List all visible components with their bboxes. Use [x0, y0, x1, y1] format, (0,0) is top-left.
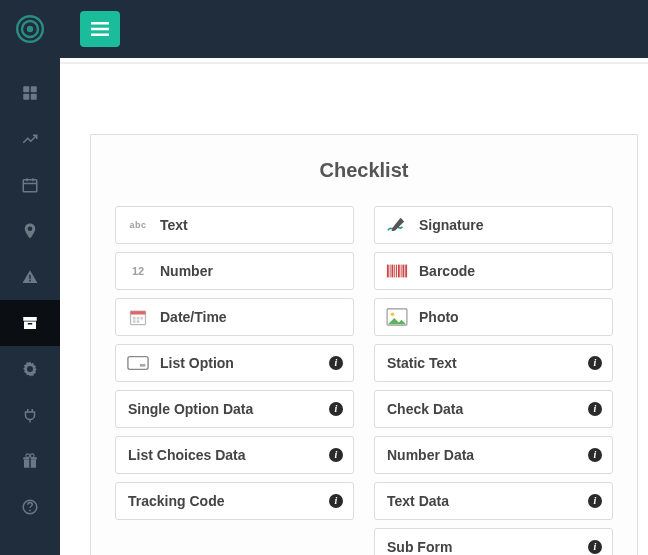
- option-text[interactable]: abcText: [115, 206, 354, 244]
- nav-alerts[interactable]: [0, 254, 60, 300]
- option-icon-wrap: abc: [126, 214, 150, 236]
- option-label: List Option: [160, 355, 329, 371]
- option-signature[interactable]: Signature: [374, 206, 613, 244]
- svg-rect-5: [23, 94, 29, 100]
- svg-point-17: [28, 367, 33, 372]
- option-label: Static Text: [387, 355, 588, 371]
- info-icon[interactable]: i: [329, 448, 343, 462]
- info-icon[interactable]: i: [588, 494, 602, 508]
- option-label: Text: [160, 217, 343, 233]
- photo-icon: [386, 308, 408, 326]
- svg-rect-26: [91, 28, 109, 31]
- nav-dashboard[interactable]: [0, 70, 60, 116]
- option-list-option[interactable]: List Optioni: [115, 344, 354, 382]
- svg-rect-42: [398, 265, 400, 278]
- topbar: [60, 0, 648, 58]
- svg-rect-15: [24, 322, 36, 330]
- nav-gifts[interactable]: [0, 438, 60, 484]
- gear-icon: [21, 360, 39, 378]
- svg-rect-33: [133, 320, 136, 323]
- info-icon[interactable]: i: [588, 448, 602, 462]
- svg-point-21: [26, 454, 30, 458]
- svg-rect-6: [31, 94, 37, 100]
- calendar-icon: [127, 307, 149, 327]
- svg-rect-37: [387, 265, 389, 278]
- svg-point-47: [391, 313, 395, 317]
- option-text-data[interactable]: Text Datai: [374, 482, 613, 520]
- nav-calendar[interactable]: [0, 162, 60, 208]
- option-list-choices[interactable]: List Choices Datai: [115, 436, 354, 474]
- signature-icon: [386, 216, 408, 234]
- nav-help[interactable]: [0, 484, 60, 530]
- calendar-icon: [21, 176, 39, 194]
- svg-rect-30: [133, 317, 136, 320]
- svg-rect-7: [23, 180, 37, 192]
- svg-rect-39: [392, 265, 394, 278]
- svg-rect-41: [396, 265, 397, 278]
- info-icon[interactable]: i: [329, 494, 343, 508]
- svg-rect-38: [390, 265, 391, 278]
- option-label: Tracking Code: [128, 493, 329, 509]
- option-sub-form[interactable]: Sub Formi: [374, 528, 613, 555]
- left-column: abcText12NumberDate/TimeList OptioniSing…: [115, 206, 354, 555]
- sidebar: [0, 0, 60, 555]
- option-photo[interactable]: Photo: [374, 298, 613, 336]
- option-single-opt[interactable]: Single Option Datai: [115, 390, 354, 428]
- svg-rect-34: [137, 320, 140, 323]
- warning-icon: [21, 268, 39, 286]
- option-static-text[interactable]: Static Texti: [374, 344, 613, 382]
- svg-rect-14: [23, 317, 37, 321]
- svg-rect-29: [131, 311, 146, 314]
- option-label: List Choices Data: [128, 447, 329, 463]
- option-icon-wrap: [385, 260, 409, 282]
- chart-line-icon: [21, 130, 39, 148]
- nav-analytics[interactable]: [0, 116, 60, 162]
- info-icon[interactable]: i: [588, 356, 602, 370]
- option-label: Date/Time: [160, 309, 343, 325]
- svg-rect-13: [29, 280, 31, 282]
- option-icon-wrap: [126, 306, 150, 328]
- options-columns: abcText12NumberDate/TimeList OptioniSing…: [115, 206, 613, 555]
- option-barcode[interactable]: Barcode: [374, 252, 613, 290]
- option-label: Barcode: [419, 263, 602, 279]
- divider-line: [60, 62, 648, 64]
- option-number-data[interactable]: Number Datai: [374, 436, 613, 474]
- option-number[interactable]: 12Number: [115, 252, 354, 290]
- option-tracking[interactable]: Tracking Codei: [115, 482, 354, 520]
- content-area: Checklist abcText12NumberDate/TimeList O…: [60, 58, 648, 555]
- option-datetime[interactable]: Date/Time: [115, 298, 354, 336]
- option-label: Number: [160, 263, 343, 279]
- svg-rect-44: [403, 265, 405, 278]
- hamburger-icon: [91, 22, 109, 36]
- barcode-icon: [386, 263, 408, 279]
- nav-integrations[interactable]: [0, 392, 60, 438]
- option-check-data[interactable]: Check Datai: [374, 390, 613, 428]
- number-icon: 12: [132, 265, 144, 277]
- nav-archive[interactable]: [0, 300, 60, 346]
- checklist-panel: Checklist abcText12NumberDate/TimeList O…: [90, 134, 638, 555]
- option-label: Sub Form: [387, 539, 588, 555]
- nav-location[interactable]: [0, 208, 60, 254]
- card-icon: [127, 355, 149, 371]
- help-icon: [21, 498, 39, 516]
- svg-rect-45: [405, 265, 407, 278]
- svg-point-2: [27, 26, 33, 32]
- svg-point-22: [30, 454, 34, 458]
- pin-icon: [21, 222, 39, 240]
- logo: [0, 0, 60, 58]
- info-icon[interactable]: i: [588, 540, 602, 554]
- nav-settings[interactable]: [0, 346, 60, 392]
- panel-title: Checklist: [115, 159, 613, 182]
- option-icon-wrap: [385, 214, 409, 236]
- info-icon[interactable]: i: [588, 402, 602, 416]
- svg-rect-36: [140, 364, 146, 367]
- svg-rect-25: [91, 22, 109, 25]
- svg-rect-43: [401, 265, 402, 278]
- menu-toggle-button[interactable]: [80, 11, 120, 47]
- info-icon[interactable]: i: [329, 356, 343, 370]
- text-icon: abc: [129, 220, 146, 230]
- info-icon[interactable]: i: [329, 402, 343, 416]
- option-label: Signature: [419, 217, 602, 233]
- svg-rect-40: [394, 265, 395, 278]
- svg-rect-27: [91, 34, 109, 37]
